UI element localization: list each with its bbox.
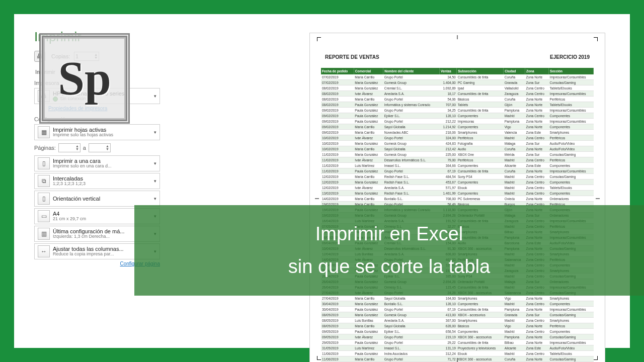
page-from-spinner[interactable]: ▲▼ (58, 143, 80, 152)
chevron-down-icon: ▾ (154, 196, 156, 201)
collation-selector[interactable]: ⧉ Intercaladas1;2;3 1;2;3 1;2;3 ▾ (34, 173, 160, 189)
overlay-line2: sin que se corte la tabla (288, 256, 490, 278)
page-to-spinner[interactable]: ▲▼ (89, 143, 111, 152)
chevron-down-icon: ▾ (154, 130, 156, 135)
collate-icon: ⧉ (38, 175, 50, 187)
crop-marks (319, 39, 596, 358)
chevron-down-icon: ▾ (154, 94, 156, 99)
chevron-down-icon: ▾ (154, 161, 156, 166)
pages-range-row: Páginas: ▲▼ a ▲▼ (34, 143, 160, 152)
fit-columns-icon: ↔ (38, 245, 50, 257)
title-overlay: Imprimir en Excel sin que se corte la ta… (134, 205, 644, 296)
sheets-icon: ▦ (38, 126, 50, 138)
preview-sheet: REPORTE DE VENTAS EJERCICIO 2019 Fecha d… (319, 39, 596, 358)
margins-icon: ▥ (38, 228, 50, 240)
canvas-panel: Imprimir 🖶 Copias: 1 ▲▼ Imprimir Impreso… (14, 14, 630, 348)
chevron-down-icon: ▾ (154, 178, 156, 184)
sp-logo: Sp (39, 33, 130, 124)
paper-icon: ▭ (38, 210, 50, 222)
duplex-selector[interactable]: ▯ Imprimir a una caraImprime solo en una… (34, 155, 160, 171)
print-preview: REPORTE DE VENTAS EJERCICIO 2019 Fecha d… (310, 33, 605, 362)
page-icon: ▯ (38, 157, 50, 169)
print-what-selector[interactable]: ▦ Imprimir hojas activasImprime solo las… (34, 124, 160, 140)
orientation-icon: ▯ (38, 193, 50, 205)
orientation-selector[interactable]: ▯ Orientación vertical ▾ (34, 191, 160, 207)
overlay-line1: Imprimir en Excel (315, 223, 463, 245)
